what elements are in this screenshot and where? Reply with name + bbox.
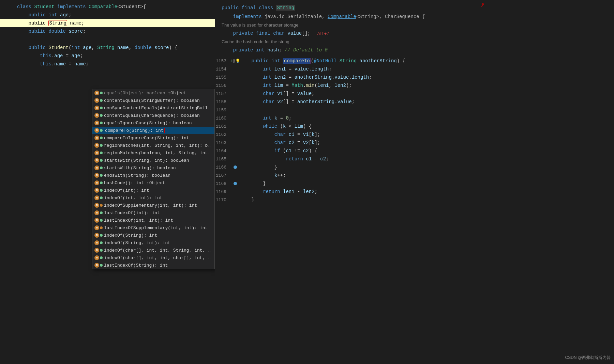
autocomplete-item-equals[interactable]: m equals(Object): boolean ↑Object [92, 89, 214, 97]
autocomplete-item-comparetoignore[interactable]: m compareToIgnoreCase(String): int [92, 134, 214, 142]
r-code-line-1165: return c1 - c2; [239, 155, 614, 163]
r-code-line-1169: return len1 - len2; [239, 188, 614, 196]
at-icon: @ [233, 59, 235, 63]
autocomplete-item-lastindexofsupp[interactable]: m lastIndexOfSupplementary(int, int): in… [92, 224, 214, 232]
line-num-1157: 1157 [215, 90, 229, 98]
class-declaration: public final class String [222, 3, 607, 12]
method-icon: m [94, 188, 99, 193]
r-code-line-1153: public int compareTo(@NotNull String ano… [239, 57, 614, 65]
access-dot [100, 144, 103, 147]
access-dot [100, 107, 103, 109]
autocomplete-item-contentequals[interactable]: m contentEquals(StringBuffer): boolean [92, 97, 214, 104]
r-code-line-1155: int len2 = anotherString.value.length; [239, 73, 614, 81]
code-line-8: this.name = name; [17, 60, 215, 68]
doc-header: ↗ public final class String implements j… [215, 0, 614, 56]
autocomplete-item-indexofsupp[interactable]: m indexOfSupplementary(int, int): int [92, 202, 214, 209]
autocomplete-item-indexofstr1[interactable]: m indexOf(String): int [92, 232, 214, 239]
implements-line: implements java.io.Serializable, Compara… [222, 12, 607, 21]
autocomplete-item-lastindexof1[interactable]: m lastIndexOf(int): int [92, 209, 214, 217]
r-code-line-1157: char v1[] = value; [239, 90, 614, 98]
r-code-line-1156: int lim = Math.min(len1, len2); [239, 81, 614, 90]
method-icon: m [94, 233, 99, 238]
kw-class: class [17, 4, 34, 10]
method-icon: m [94, 210, 99, 215]
line-num-1162: 1162 [215, 130, 229, 139]
method-icon: m [94, 91, 99, 95]
method-icon: m [94, 225, 99, 230]
line-num-1164: 1164 [215, 147, 229, 155]
r-code-line-1167: k++; [239, 171, 614, 179]
r-code-line-1160: int k = 0; [239, 114, 614, 122]
r-code-line-1154: int len1 = value.length; [239, 65, 614, 73]
watermark: CSDN @西弗勒斯斯内普 [565, 355, 611, 361]
autocomplete-dropdown[interactable]: m equals(Object): boolean ↑Object m cont… [92, 89, 215, 269]
method-icon: m [94, 218, 99, 223]
r-code-line-1161: while (k < lim) { [239, 122, 614, 130]
autocomplete-item-indexofchar2[interactable]: m indexOf(char[], int, int, char[], int,… [92, 254, 214, 262]
field2-line: private int hash; // Default to 0 [222, 46, 607, 54]
code-line-5 [17, 35, 215, 44]
access-dot [100, 92, 103, 94]
hint-ait7: AIT+7 [317, 31, 329, 36]
line-num-1159: 1159 [215, 106, 229, 114]
method-icon: m [94, 106, 99, 110]
access-dot [100, 234, 103, 237]
autocomplete-item-endswith[interactable]: m endsWith(String): boolean [92, 172, 214, 179]
scroll-indicator [234, 165, 237, 169]
autocomplete-item-contentequals2[interactable]: m contentEquals(CharSequence): boolean [92, 112, 214, 119]
access-dot [100, 204, 103, 207]
autocomplete-item-hashcode[interactable]: m hashCode(): int ↑Object [92, 179, 214, 187]
autocomplete-item-indexof2[interactable]: m indexOf(int, int): int [92, 194, 214, 202]
method-icon: m [94, 255, 99, 260]
access-dot [100, 189, 103, 192]
access-dot [100, 181, 103, 184]
autocomplete-item-equalsignore[interactable]: m equalsIgnoreCase(String): boolean [92, 119, 214, 127]
autocomplete-item-indexof1[interactable]: m indexOf(int): int [92, 187, 214, 194]
method-icon: m [94, 240, 99, 245]
line-num-1154: 1154 [215, 65, 229, 73]
method-icon: m [94, 180, 99, 185]
line-num-1165: 1165 [215, 155, 229, 163]
comparable-link[interactable]: Comparable [328, 14, 356, 19]
line-num-1156: 1156 [215, 81, 229, 90]
autocomplete-item-startswith1[interactable]: m startsWith(String, int): boolean [92, 157, 214, 164]
line-num-1166: 1166 [215, 163, 229, 171]
r-code-line-1158: char v2[] = anotherString.value; [239, 98, 614, 106]
cn-student: Student [34, 4, 57, 10]
autocomplete-item-nonsync[interactable]: m nonSyncContentEquals(AbstractStringBui… [92, 104, 214, 112]
autocomplete-item-lastindexof2[interactable]: m lastIndexOf(int, int): int [92, 217, 214, 224]
r-code-line-1166: } [239, 163, 614, 171]
autocomplete-item-compareto[interactable]: m compareTo(String): int [92, 127, 214, 134]
code-line-7: this.age = age; [17, 52, 215, 60]
field1-line: private final char value[]; AIT+7 [222, 29, 607, 38]
method-icon: m [94, 151, 99, 155]
autocomplete-item-indexofstr2[interactable]: m indexOf(String, int): int [92, 239, 214, 247]
line-num-1161: 1161 [215, 122, 229, 130]
method-icon: m [94, 158, 99, 163]
autocomplete-item-regionmatches2[interactable]: m regionMatches(boolean, int, String, in… [92, 149, 214, 157]
access-dot [100, 167, 103, 169]
autocomplete-item-startswith2[interactable]: m startsWith(String): boolean [92, 164, 214, 172]
access-dot [100, 174, 103, 177]
r-code-line-1168: } [239, 179, 614, 188]
string-circled: String [48, 20, 67, 26]
string-class-name: String [276, 5, 295, 11]
access-dot [100, 114, 103, 117]
code-line-2: public int age; [17, 11, 215, 19]
r-code-line-1159 [239, 106, 614, 114]
line-num-1158: 1158 [215, 98, 229, 106]
line-num-1167: 1167 [215, 171, 229, 179]
right-panel: ↗ public final class String implements j… [215, 0, 614, 364]
compareto-highlight: compareTo [283, 58, 311, 64]
access-dot [100, 99, 103, 102]
line-num-1163: 1163 [215, 139, 229, 147]
method-icon: m [94, 98, 99, 103]
autocomplete-item-indexofchar1[interactable]: m indexOf(char[], int, int, String, int,… [92, 247, 214, 254]
field1-comment: The value is used for character storage. [222, 21, 607, 29]
autocomplete-item-lastindexofstr[interactable]: m lastIndexOf(String): int [92, 262, 214, 269]
code-line-1: class Student implements Comparable<Stud… [17, 3, 215, 11]
r-code-line-1163: char c2 = v2[k]; [239, 139, 614, 147]
code-line-4: public double score; [17, 27, 215, 35]
autocomplete-item-regionmatches1[interactable]: m regionMatches(int, String, int, int): … [92, 142, 214, 149]
access-dot [100, 241, 103, 244]
